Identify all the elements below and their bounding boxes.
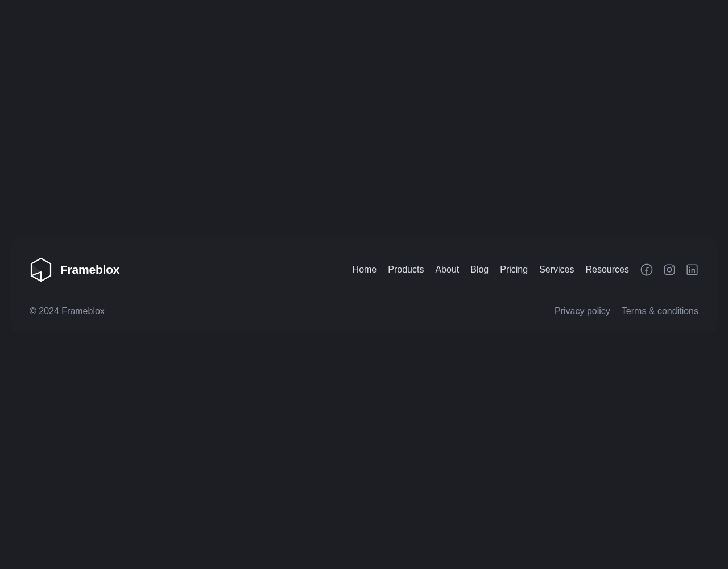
- footer-nav: Home Products About Blog Pricing Service…: [353, 265, 629, 275]
- instagram-icon: [663, 263, 676, 276]
- facebook-icon: [640, 263, 653, 276]
- hexagon-logo-icon: [30, 257, 52, 282]
- nav-link-products[interactable]: Products: [388, 265, 424, 275]
- linkedin-link[interactable]: [686, 263, 698, 276]
- nav-link-home[interactable]: Home: [353, 265, 377, 275]
- nav-link-about[interactable]: About: [435, 265, 459, 275]
- footer: Frameblox Home Products About Blog Prici…: [11, 237, 717, 332]
- nav-link-resources[interactable]: Resources: [586, 265, 629, 275]
- logo-text: Frameblox: [60, 263, 119, 277]
- privacy-policy-link[interactable]: Privacy policy: [555, 306, 610, 316]
- footer-top-row: Frameblox Home Products About Blog Prici…: [30, 257, 698, 282]
- nav-link-pricing[interactable]: Pricing: [500, 265, 528, 275]
- terms-conditions-link[interactable]: Terms & conditions: [622, 306, 698, 316]
- footer-bottom-row: © 2024 Frameblox Privacy policy Terms & …: [30, 306, 698, 316]
- linkedin-icon: [686, 263, 698, 276]
- social-icons: [640, 263, 698, 276]
- nav-link-blog[interactable]: Blog: [470, 265, 489, 275]
- svg-rect-1: [664, 265, 674, 274]
- instagram-link[interactable]: [663, 263, 676, 276]
- logo[interactable]: Frameblox: [30, 257, 119, 282]
- footer-right: Home Products About Blog Pricing Service…: [353, 263, 698, 276]
- svg-point-5: [689, 267, 690, 268]
- svg-point-3: [672, 266, 673, 267]
- copyright-text: © 2024 Frameblox: [30, 306, 105, 316]
- legal-links: Privacy policy Terms & conditions: [555, 306, 698, 316]
- nav-link-services[interactable]: Services: [539, 265, 574, 275]
- facebook-link[interactable]: [640, 263, 653, 276]
- svg-point-2: [667, 267, 672, 272]
